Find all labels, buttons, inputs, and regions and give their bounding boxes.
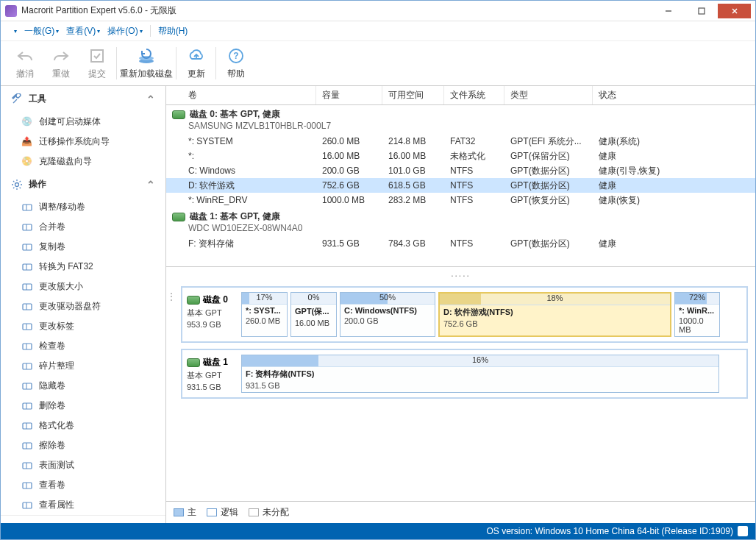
svg-rect-36 (23, 463, 32, 469)
menu-operate[interactable]: 操作(O)▾ (107, 25, 142, 38)
item-icon (21, 341, 33, 352)
partition-row[interactable]: F: 资料存储931.5 GB784.3 GBNTFSGPT(数据分区)健康 (166, 236, 755, 251)
item-icon (21, 261, 33, 273)
disk0-header[interactable]: 磁盘 0: 基本 GPT, 健康 (166, 105, 755, 121)
op-item[interactable]: 更改标签 (1, 316, 165, 336)
toolbar-separator (176, 47, 176, 79)
refresh-button[interactable]: 更新 (179, 46, 213, 80)
col-volume[interactable]: 卷 (166, 86, 316, 104)
op-item[interactable]: 查看属性 (1, 495, 165, 515)
disk-icon (172, 213, 185, 221)
item-icon (21, 400, 33, 412)
item-icon (21, 202, 33, 213)
status-text: OS version: Windows 10 Home China 64-bit… (487, 526, 733, 536)
menu-view[interactable]: 查看(V)▾ (66, 25, 100, 38)
op-item[interactable]: 表面测试 (1, 455, 165, 475)
svg-text:?: ? (233, 51, 238, 61)
ops-panel-header[interactable]: 操作 ⌃ (1, 171, 165, 197)
item-icon (21, 241, 33, 253)
redo-button[interactable]: 重做 (44, 46, 77, 80)
undo-button[interactable]: 撤消 (8, 46, 41, 80)
partition-row[interactable]: D: 软件游戏752.6 GB618.5 GBNTFSGPT(数据分区)健康 (166, 178, 755, 193)
map-partition[interactable]: 17%*: SYST...260.0 MB (241, 292, 288, 337)
op-item[interactable]: 合并卷 (1, 217, 165, 237)
col-status[interactable]: 状态 (593, 86, 755, 104)
svg-rect-40 (23, 502, 32, 508)
map-partition[interactable]: 0%GPT(保...16.00 MB (290, 292, 337, 337)
minimize-button[interactable] (652, 4, 685, 18)
toolbar-separator (215, 47, 216, 79)
partition-row[interactable]: *: WinRE_DRV1000.0 MB283.2 MBNTFSGPT(恢复分… (166, 193, 755, 207)
col-capacity[interactable]: 容量 (316, 86, 382, 104)
op-item[interactable]: 查看卷 (1, 475, 165, 495)
op-item[interactable]: 隐藏卷 (1, 376, 165, 396)
op-item[interactable]: 更改驱动器盘符 (1, 296, 165, 316)
disk-icon (187, 296, 200, 305)
item-icon (21, 380, 33, 392)
op-item[interactable]: 删除卷 (1, 396, 165, 416)
help-button[interactable]: ?帮助 (219, 46, 252, 80)
partition-row[interactable]: *: SYSTEM260.0 MB214.8 MBFAT32GPT(EFI 系统… (166, 134, 755, 149)
op-item[interactable]: 检查卷 (1, 336, 165, 356)
col-fs[interactable]: 文件系统 (444, 86, 504, 104)
op-item[interactable]: 调整/移动卷 (1, 197, 165, 217)
op-item[interactable]: 复制卷 (1, 237, 165, 257)
disk1-model: WDC WD10EZEX-08WN4A0 (166, 223, 755, 236)
disk1-map-info: 磁盘 1 基本 GPT 931.5 GB (187, 355, 237, 393)
menu-help[interactable]: 帮助(H) (158, 25, 188, 38)
disk-icon (172, 110, 185, 119)
gripper[interactable]: ⋮⋮ (166, 280, 174, 501)
op-item[interactable]: 更改簇大小 (1, 277, 165, 296)
menu-bar: ▾ 一般(G)▾ 查看(V)▾ 操作(O)▾ 帮助(H) (1, 21, 755, 40)
disk-icon (187, 358, 200, 367)
col-free[interactable]: 可用空间 (382, 86, 444, 104)
menu-separator (150, 25, 151, 37)
svg-rect-4 (91, 50, 103, 62)
cloud-upload-icon (187, 46, 206, 65)
menu-general[interactable]: 一般(G)▾ (24, 25, 59, 38)
item-icon (21, 360, 33, 372)
disk1-header[interactable]: 磁盘 1: 基本 GPT, 健康 (166, 207, 755, 223)
op-item[interactable]: 碎片整理 (1, 356, 165, 376)
svg-rect-1 (699, 8, 705, 14)
reload-icon (137, 46, 156, 65)
disk0-map: 磁盘 0 基本 GPT 953.9 GB 17%*: SYST...260.0 … (181, 286, 748, 343)
map-partition[interactable]: 50%C: Windows(NTFS)200.0 GB (340, 292, 435, 337)
svg-rect-18 (23, 284, 32, 290)
tools-panel-header[interactable]: 工具 ⌃ (1, 86, 165, 112)
map-partition[interactable]: 16%F: 资料存储(NTFS)931.5 GB (241, 355, 719, 393)
splitter[interactable]: ..... (166, 267, 755, 280)
tool-item[interactable]: 📀克隆磁盘向导 (1, 152, 165, 171)
close-button[interactable] (718, 4, 751, 18)
item-icon (21, 420, 33, 432)
partition-row[interactable]: *:16.00 MB16.00 MB未格式化GPT(保留分区)健康 (166, 149, 755, 163)
map-partition[interactable]: 72%*: WinR...1000.0 MB (674, 292, 720, 337)
partition-row[interactable]: C: Windows200.0 GB101.0 GBNTFSGPT(数据分区)健… (166, 163, 755, 178)
sidebar: 工具 ⌃ 💿创建可启动媒体📤迁移操作系统向导📀克隆磁盘向导 操作 ⌃ 调整/移动… (1, 86, 166, 523)
item-icon (21, 480, 33, 491)
tool-item[interactable]: 💿创建可启动媒体 (1, 112, 165, 132)
gear-icon (11, 179, 23, 191)
svg-rect-16 (23, 264, 32, 270)
tool-item[interactable]: 📤迁移操作系统向导 (1, 132, 165, 152)
window-title: Macrorit Partition Expert v5.6.0 - 无限版 (21, 4, 652, 17)
dropdown-icon: ▾ (14, 28, 17, 35)
commit-button[interactable]: 提交 (80, 46, 113, 80)
col-type[interactable]: 类型 (504, 86, 593, 104)
toolbar: 撤消 重做 提交 重新加载磁盘 更新 ?帮助 (1, 40, 755, 86)
svg-rect-22 (23, 324, 32, 330)
reload-button[interactable]: 重新加载磁盘 (120, 46, 173, 80)
svg-rect-12 (23, 224, 32, 230)
chevron-up-icon: ⌃ (146, 179, 155, 191)
disk0-map-info: 磁盘 0 基本 GPT 953.9 GB (187, 292, 237, 337)
svg-rect-24 (23, 344, 32, 349)
map-partition[interactable]: 18%D: 软件游戏(NTFS)752.6 GB (438, 292, 671, 337)
item-icon (21, 281, 33, 293)
title-bar: Macrorit Partition Expert v5.6.0 - 无限版 (1, 1, 755, 21)
maximize-button[interactable] (685, 4, 718, 18)
op-item[interactable]: 转换为 FAT32 (1, 257, 165, 277)
pending-panel-header[interactable]: 待处理操作 ⌃ (1, 515, 165, 523)
op-item[interactable]: 格式化卷 (1, 416, 165, 436)
op-item[interactable]: 擦除卷 (1, 436, 165, 455)
resize-grip-icon[interactable] (738, 526, 748, 536)
